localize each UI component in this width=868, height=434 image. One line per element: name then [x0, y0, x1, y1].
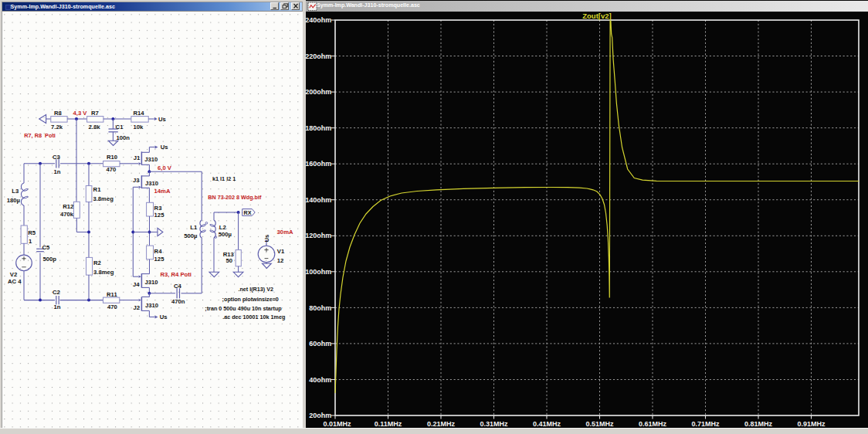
- svg-text:R3: R3: [154, 205, 162, 212]
- svg-text:470k: 470k: [60, 211, 74, 218]
- svg-text:470: 470: [107, 166, 117, 173]
- svg-text:R4: R4: [154, 248, 163, 255]
- svg-text:J310: J310: [145, 302, 158, 309]
- svg-text:R3, R4 Poti: R3, R4 Poti: [160, 271, 192, 278]
- svg-text:500µ: 500µ: [184, 232, 197, 239]
- svg-text:30mA: 30mA: [277, 229, 293, 236]
- svg-text:R7: R7: [91, 110, 99, 117]
- svg-text:0.01MHz: 0.01MHz: [323, 420, 351, 428]
- svg-text:100n: 100n: [116, 134, 130, 141]
- svg-text:6,0 V: 6,0 V: [158, 164, 172, 171]
- svg-text:100ohm: 100ohm: [306, 268, 331, 276]
- svg-text:1n: 1n: [54, 303, 61, 310]
- svg-text:220ohm: 220ohm: [306, 53, 331, 60]
- svg-text:V1: V1: [277, 248, 285, 255]
- svg-text:C3: C3: [53, 154, 60, 161]
- svg-text:R8: R8: [54, 110, 63, 117]
- svg-text:80ohm: 80ohm: [309, 304, 331, 312]
- svg-text:Zout[v2]: Zout[v2]: [582, 12, 611, 20]
- svg-text:;tran 0 500u 490u 10n startup: ;tran 0 500u 490u 10n startup: [205, 305, 282, 312]
- svg-text:12: 12: [277, 257, 284, 264]
- svg-text:J1: J1: [134, 154, 141, 161]
- svg-text:500p: 500p: [42, 256, 56, 263]
- svg-text:240ohm: 240ohm: [306, 16, 331, 24]
- svg-text:125: 125: [154, 256, 165, 263]
- svg-text:0.31MHz: 0.31MHz: [480, 420, 508, 428]
- svg-text:AC 4: AC 4: [8, 278, 22, 285]
- svg-text:180ohm: 180ohm: [306, 124, 331, 132]
- svg-text:10k: 10k: [134, 124, 144, 131]
- svg-text:R2: R2: [93, 259, 101, 266]
- svg-text:0.41MHz: 0.41MHz: [533, 420, 561, 428]
- svg-text:L2: L2: [219, 224, 226, 231]
- svg-text:RX: RX: [244, 209, 252, 216]
- svg-text:R11: R11: [107, 291, 117, 298]
- svg-text:500µ: 500µ: [219, 231, 232, 238]
- svg-text:R10: R10: [107, 154, 117, 161]
- svg-text:V2: V2: [10, 271, 17, 278]
- svg-text:R5: R5: [28, 229, 36, 236]
- svg-text:160ohm: 160ohm: [306, 160, 331, 168]
- svg-text:470: 470: [107, 303, 117, 310]
- svg-text:BN 73-202 8 Wdg.bif: BN 73-202 8 Wdg.bif: [208, 194, 262, 201]
- svg-text:C4: C4: [174, 283, 182, 290]
- svg-text:L3: L3: [12, 188, 19, 195]
- svg-text:k1 l1 l2 1: k1 l1 l2 1: [212, 175, 236, 182]
- svg-text:J310: J310: [145, 180, 158, 187]
- svg-text:3.8meg: 3.8meg: [93, 195, 114, 202]
- svg-text:C5: C5: [42, 244, 50, 251]
- svg-text:0.11MHz: 0.11MHz: [375, 420, 402, 428]
- svg-text:R14: R14: [134, 110, 145, 117]
- svg-text:125: 125: [154, 212, 165, 219]
- svg-text:R7, R8 Poti: R7, R8 Poti: [24, 132, 56, 139]
- svg-text:R12: R12: [63, 203, 73, 210]
- svg-text:40ohm: 40ohm: [309, 376, 331, 384]
- svg-text:120ohm: 120ohm: [306, 232, 331, 239]
- svg-text:200ohm: 200ohm: [306, 88, 331, 96]
- svg-text:0.51MHz: 0.51MHz: [585, 420, 614, 428]
- svg-text:60ohm: 60ohm: [309, 340, 331, 348]
- svg-text:0.91MHz: 0.91MHz: [797, 420, 826, 428]
- svg-text:1: 1: [29, 238, 32, 245]
- svg-text:470n: 470n: [171, 298, 185, 305]
- svg-text:0.81MHz: 0.81MHz: [744, 420, 773, 428]
- svg-text:20ohm: 20ohm: [309, 412, 331, 419]
- svg-text:140ohm: 140ohm: [306, 196, 331, 204]
- svg-text:3.8meg: 3.8meg: [93, 269, 114, 276]
- svg-text:C1: C1: [116, 124, 124, 131]
- svg-text:0.21MHz: 0.21MHz: [427, 420, 456, 428]
- svg-text:L1: L1: [190, 224, 198, 231]
- svg-text:J4: J4: [133, 281, 140, 288]
- svg-text:.ac dec 10001 10k 1meg: .ac dec 10001 10k 1meg: [222, 314, 285, 320]
- svg-text:R1: R1: [93, 186, 102, 193]
- svg-text:50: 50: [225, 257, 232, 264]
- svg-text:J310: J310: [144, 279, 158, 286]
- svg-text:180µ: 180µ: [7, 197, 20, 204]
- svg-text:J2: J2: [134, 304, 141, 311]
- svg-text:Us: Us: [263, 235, 270, 242]
- svg-text:7.2k: 7.2k: [51, 124, 63, 131]
- svg-text:4,3 V: 4,3 V: [73, 110, 88, 117]
- svg-text:J310: J310: [144, 156, 158, 163]
- svg-text:.net I(R13) V2: .net I(R13) V2: [238, 286, 273, 293]
- svg-text:2.8k: 2.8k: [89, 124, 101, 131]
- svg-text:0.61MHz: 0.61MHz: [639, 420, 667, 428]
- svg-text:C2: C2: [53, 289, 60, 296]
- svg-text:J3: J3: [133, 177, 140, 184]
- svg-text:Us: Us: [160, 314, 168, 320]
- svg-text:0.71MHz: 0.71MHz: [691, 420, 720, 428]
- svg-text:14mA: 14mA: [154, 188, 171, 195]
- svg-text:Us: Us: [158, 116, 166, 123]
- svg-text:1n: 1n: [54, 168, 61, 175]
- svg-text:Us: Us: [161, 144, 168, 151]
- svg-text:;option plotwinsize=0: ;option plotwinsize=0: [222, 296, 279, 303]
